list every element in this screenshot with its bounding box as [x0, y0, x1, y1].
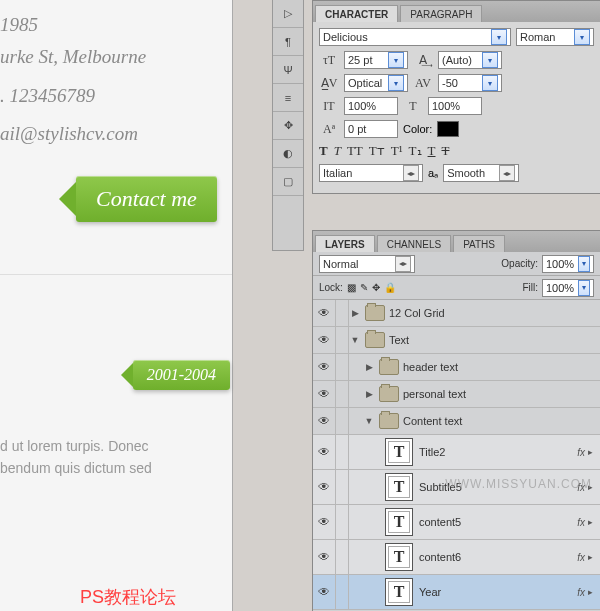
- layers-panel[interactable]: LAYERS CHANNELS PATHS Normal◂▸ Opacity: …: [312, 230, 600, 611]
- tool-square-icon[interactable]: ▢: [273, 168, 303, 196]
- tool-play-icon[interactable]: ▷: [273, 0, 303, 28]
- cv-address: urke St, Melbourne: [0, 42, 232, 74]
- tab-character[interactable]: CHARACTER: [315, 5, 398, 22]
- fx-twisty-icon[interactable]: ▸: [588, 587, 600, 597]
- font-family-select[interactable]: Delicious▾: [319, 28, 511, 46]
- group-12-col-grid[interactable]: 👁 ▶ 12 Col Grid: [313, 300, 600, 327]
- fx-twisty-icon[interactable]: ▸: [588, 517, 600, 527]
- leading-select[interactable]: (Auto)▾: [438, 51, 502, 69]
- group-personal-text[interactable]: 👁 ▶ personal text: [313, 381, 600, 408]
- docked-toolbar[interactable]: ▷ ¶ Ψ ≡ ✥ ◐ ▢: [272, 0, 304, 251]
- faux-bold-button[interactable]: T: [319, 143, 328, 159]
- group-content-text[interactable]: 👁 ▼ Content text: [313, 408, 600, 435]
- layer-year[interactable]: 👁 T Year fx▸: [313, 575, 600, 610]
- twisty-closed-icon[interactable]: ▶: [363, 389, 375, 399]
- antialias-select[interactable]: Smooth◂▸: [443, 164, 519, 182]
- baseline-icon: Aª: [319, 120, 339, 138]
- color-swatch[interactable]: [437, 121, 459, 137]
- visibility-toggle[interactable]: 👁: [313, 408, 336, 434]
- group-header-text[interactable]: 👁 ▶ header text: [313, 354, 600, 381]
- tool-align-icon[interactable]: ≡: [273, 84, 303, 112]
- superscript-button[interactable]: T¹: [391, 143, 403, 159]
- layer-label: Title2: [419, 446, 577, 458]
- twisty-open-icon[interactable]: ▼: [363, 416, 375, 426]
- year-range-ribbon: 2001-2004: [133, 360, 230, 390]
- folder-icon: [379, 413, 399, 429]
- small-caps-button[interactable]: Tᴛ: [369, 143, 385, 159]
- subscript-button[interactable]: T₁: [409, 143, 422, 159]
- twisty-closed-icon[interactable]: ▶: [363, 362, 375, 372]
- kerning-mode-select[interactable]: Optical▾: [344, 74, 408, 92]
- fx-badge[interactable]: fx: [577, 447, 588, 458]
- color-label: Color:: [403, 123, 432, 135]
- tool-stamp-icon[interactable]: ✥: [273, 112, 303, 140]
- fx-badge[interactable]: fx: [577, 552, 588, 563]
- folder-icon: [379, 359, 399, 375]
- folder-icon: [365, 305, 385, 321]
- tool-contrast-icon[interactable]: ◐: [273, 140, 303, 168]
- group-text[interactable]: 👁 ▼ Text: [313, 327, 600, 354]
- visibility-toggle[interactable]: 👁: [313, 470, 336, 504]
- tab-layers[interactable]: LAYERS: [315, 235, 375, 252]
- tool-brush-icon[interactable]: Ψ: [273, 56, 303, 84]
- layer-title2[interactable]: 👁 T Title2 fx▸: [313, 435, 600, 470]
- fx-twisty-icon[interactable]: ▸: [588, 447, 600, 457]
- fx-badge[interactable]: fx: [577, 587, 588, 598]
- tracking-icon: AV: [413, 74, 433, 92]
- text-layer-icon: T: [385, 543, 413, 571]
- aa-label: aₐ: [428, 167, 438, 180]
- tab-paths[interactable]: PATHS: [453, 235, 505, 252]
- character-panel[interactable]: CHARACTER PARAGRAPH Delicious▾ Roman▾ τT…: [312, 0, 600, 194]
- font-size-select[interactable]: 25 pt▾: [344, 51, 408, 69]
- lock-pixels-icon[interactable]: ✎: [360, 282, 368, 293]
- layer-label: content5: [419, 516, 577, 528]
- all-caps-button[interactable]: TT: [347, 143, 363, 159]
- visibility-toggle[interactable]: 👁: [313, 575, 336, 609]
- hscale-icon: T: [403, 97, 423, 115]
- fx-badge[interactable]: fx: [577, 517, 588, 528]
- tool-paragraph-icon[interactable]: ¶: [273, 28, 303, 56]
- contact-me-ribbon[interactable]: Contact me: [76, 176, 217, 222]
- visibility-toggle[interactable]: 👁: [313, 505, 336, 539]
- opacity-select[interactable]: 100%▾: [542, 255, 594, 273]
- folder-icon: [379, 386, 399, 402]
- layer-content6[interactable]: 👁 T content6 fx▸: [313, 540, 600, 575]
- baseline-input[interactable]: [344, 120, 398, 138]
- text-layer-icon: T: [385, 438, 413, 466]
- tracking-select[interactable]: -50▾: [438, 74, 502, 92]
- tab-channels[interactable]: CHANNELS: [377, 235, 451, 252]
- opacity-label: Opacity:: [501, 258, 538, 269]
- fx-twisty-icon[interactable]: ▸: [588, 552, 600, 562]
- lock-all-icon[interactable]: 🔒: [384, 282, 396, 293]
- visibility-toggle[interactable]: 👁: [313, 540, 336, 574]
- twisty-closed-icon[interactable]: ▶: [349, 308, 361, 318]
- group-label: personal text: [403, 388, 600, 400]
- lorem-line-1: d ut lorem turpis. Donec: [0, 436, 230, 458]
- visibility-toggle[interactable]: 👁: [313, 327, 336, 353]
- lock-position-icon[interactable]: ✥: [372, 282, 380, 293]
- lock-transparency-icon[interactable]: ▩: [347, 282, 356, 293]
- visibility-toggle[interactable]: 👁: [313, 354, 336, 380]
- language-select[interactable]: Italian◂▸: [319, 164, 423, 182]
- leading-icon: A͢: [413, 51, 433, 69]
- tab-paragraph[interactable]: PARAGRAPH: [400, 5, 482, 22]
- group-label: Text: [389, 334, 600, 346]
- kerning-icon: A̲V: [319, 74, 339, 92]
- blend-mode-select[interactable]: Normal◂▸: [319, 255, 415, 273]
- visibility-toggle[interactable]: 👁: [313, 300, 336, 326]
- twisty-open-icon[interactable]: ▼: [349, 335, 361, 345]
- visibility-toggle[interactable]: 👁: [313, 435, 336, 469]
- fill-label: Fill:: [522, 282, 538, 293]
- underline-button[interactable]: T: [428, 143, 436, 159]
- lock-label: Lock:: [319, 282, 343, 293]
- layer-content5[interactable]: 👁 T content5 fx▸: [313, 505, 600, 540]
- vscale-input[interactable]: [344, 97, 398, 115]
- visibility-toggle[interactable]: 👁: [313, 381, 336, 407]
- group-label: Content text: [403, 415, 600, 427]
- hscale-input[interactable]: [428, 97, 482, 115]
- strikethrough-button[interactable]: T: [442, 143, 450, 159]
- font-style-select[interactable]: Roman▾: [516, 28, 594, 46]
- document-canvas[interactable]: 1985 urke St, Melbourne . 123456789 ail@…: [0, 0, 233, 611]
- fill-select[interactable]: 100%▾: [542, 279, 594, 297]
- faux-italic-button[interactable]: T: [334, 143, 341, 159]
